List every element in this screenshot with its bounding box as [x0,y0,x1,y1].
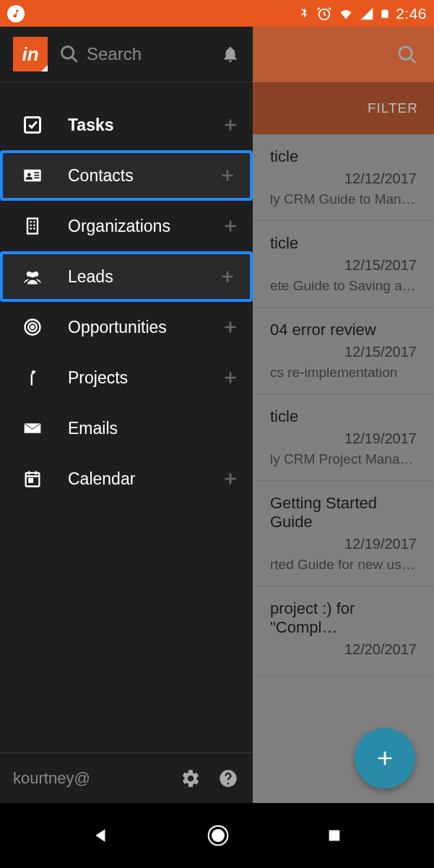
music-app-icon [7,5,25,22]
search-placeholder: Search [87,44,142,64]
clock-time: 2:46 [396,5,427,22]
svg-point-2 [62,47,74,58]
nav-item-opportunities[interactable]: Opportunities [0,302,253,352]
nav-item-projects[interactable]: Projects [0,352,253,403]
add-contacts-button[interactable] [218,166,237,185]
svg-point-20 [212,830,224,841]
wifi-icon [338,6,354,21]
nav-label: Calendar [68,469,198,489]
nav-label: Opportunities [68,318,198,337]
svg-rect-8 [34,177,39,178]
hammer-icon [20,368,45,388]
help-icon[interactable] [217,767,240,790]
add-organizations-button[interactable] [221,217,240,235]
svg-point-15 [31,326,34,329]
nav-item-tasks[interactable]: Tasks [0,100,253,150]
nav-label: Contacts [68,166,195,186]
home-button[interactable] [207,824,230,847]
bluetooth-icon [298,6,311,22]
nav-item-contacts[interactable]: Contacts [0,150,253,201]
svg-point-12 [30,272,35,277]
svg-rect-9 [27,219,38,234]
settings-icon[interactable] [179,767,202,790]
back-button[interactable] [92,826,110,845]
people-icon [20,266,45,287]
battery-icon [380,6,390,22]
svg-rect-6 [34,172,39,173]
building-icon [20,216,45,236]
add-calendar-button[interactable] [221,469,240,488]
nav-list: Tasks Contacts Organizations Leads Oppor… [0,82,253,752]
add-projects-button[interactable] [221,368,240,387]
nav-item-emails[interactable]: Emails [0,403,253,453]
calendar-icon [20,469,45,489]
svg-point-1 [399,46,412,59]
username-label[interactable]: kourtney@ [13,769,165,788]
svg-rect-21 [329,830,340,841]
navigation-drawer: in Search Tasks Contacts Organizations L… [0,27,253,803]
nav-label: Organizations [68,217,198,236]
notifications-icon[interactable] [221,45,240,64]
add-leads-button[interactable] [218,267,237,286]
nav-item-organizations[interactable]: Organizations [0,201,253,251]
recents-button[interactable] [326,828,342,843]
search-icon[interactable] [396,44,418,66]
nav-item-leads[interactable]: Leads [0,251,253,302]
nav-label: Projects [68,368,198,388]
nav-label: Emails [68,419,240,438]
nav-label: Tasks [68,116,198,135]
contact-card-icon [20,165,45,186]
envelope-icon [20,418,45,438]
add-fab-button[interactable] [355,728,415,789]
nav-label: Leads [68,267,195,287]
svg-point-5 [27,173,31,177]
alarm-icon [316,6,332,22]
add-tasks-button[interactable] [221,116,240,134]
svg-rect-17 [29,479,32,482]
svg-rect-7 [34,175,39,176]
target-icon [20,317,45,337]
app-logo[interactable]: in [13,37,48,71]
signal-icon [360,6,374,21]
status-bar: 2:46 [0,0,434,27]
add-opportunities-button[interactable] [221,318,240,337]
android-nav-bar [0,803,434,868]
search-button[interactable]: Search [59,44,209,64]
nav-item-calendar[interactable]: Calendar [0,453,253,504]
checkbox-icon [20,115,45,135]
